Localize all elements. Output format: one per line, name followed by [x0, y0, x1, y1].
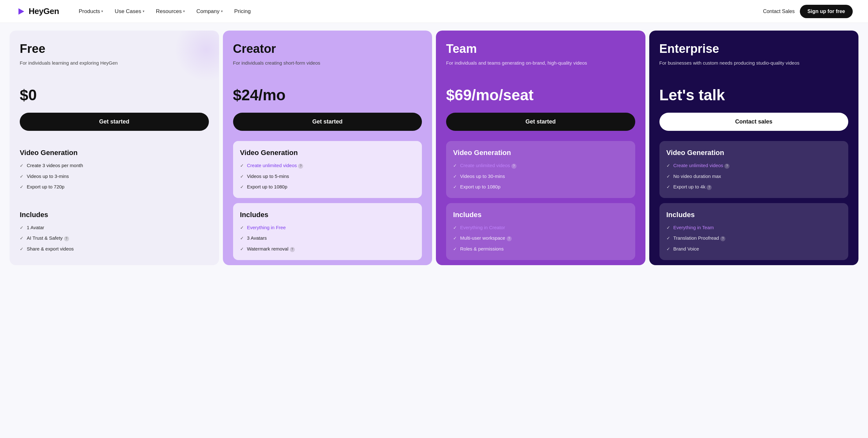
info-icon[interactable]: ? [720, 236, 725, 241]
feature-item-text: 3 Avatars [247, 234, 267, 241]
plan-cta-button-team[interactable]: Get started [446, 113, 635, 131]
feature-item-text: Everything in Team [674, 224, 714, 231]
plan-price-free: $0 [20, 86, 209, 104]
feature-item-text: Create unlimited videos? [247, 162, 304, 169]
checkmark-icon: ✓ [240, 174, 244, 180]
list-item: ✓Create unlimited videos? [666, 162, 842, 169]
feature-item-text: Export up to 1080p [247, 183, 287, 190]
feature-item-text: Videos up to 5-mins [247, 173, 289, 180]
feature-section-title-free-1: Includes [20, 211, 209, 219]
chevron-down-icon: ▾ [183, 9, 185, 13]
list-item: ✓Translation Proofread? [666, 234, 842, 242]
signup-button[interactable]: Sign up for free [800, 5, 853, 18]
list-item: ✓Export up to 1080p [240, 183, 415, 190]
nav-pricing[interactable]: Pricing [230, 6, 255, 17]
contact-sales-nav-link[interactable]: Contact Sales [763, 9, 795, 14]
chevron-down-icon: ▾ [143, 9, 145, 13]
pricing-container: FreeFor individuals learning and explori… [0, 23, 868, 438]
feature-item-text: Create 3 videos per month [27, 162, 83, 169]
feature-item-text: Videos up to 30-mins [460, 173, 505, 180]
nav-resources[interactable]: Resources ▾ [152, 6, 189, 17]
feature-section-enterprise-1: Includes✓Everything in Team✓Translation … [659, 203, 848, 260]
logo-text: HeyGen [29, 6, 59, 16]
list-item: ✓Roles & permissions [453, 245, 628, 252]
list-item: ✓1 Avatar [20, 224, 209, 231]
feature-item-text: Multi-user workspace? [460, 234, 512, 241]
info-icon[interactable]: ? [290, 247, 295, 252]
checkmark-icon: ✓ [20, 235, 24, 242]
plan-cta-button-creator[interactable]: Get started [233, 113, 422, 131]
list-item: ✓Create unlimited videos? [453, 162, 628, 169]
feature-list-creator-1: ✓Everything in Free✓3 Avatars✓Watermark … [240, 224, 415, 252]
feature-section-title-team-1: Includes [453, 211, 628, 219]
feature-item-text: Videos up to 3-mins [27, 173, 69, 180]
nav-company[interactable]: Company ▾ [192, 6, 227, 17]
nav-products[interactable]: Products ▾ [74, 6, 107, 17]
feature-item-text: Watermark removal? [247, 245, 295, 252]
feature-link-team-1-0[interactable]: Everything in Creator [460, 225, 505, 230]
info-icon[interactable]: ? [298, 164, 303, 169]
feature-list-creator-0: ✓Create unlimited videos?✓Videos up to 5… [240, 162, 415, 190]
list-item: ✓Watermark removal? [240, 245, 415, 252]
list-item: ✓AI Trust & Safety? [20, 234, 209, 242]
plan-name-creator: Creator [233, 42, 422, 56]
feature-item-text: Create unlimited videos? [460, 162, 517, 169]
checkmark-icon: ✓ [453, 163, 457, 169]
feature-link-creator-1-0[interactable]: Everything in Free [247, 225, 286, 230]
plan-cta-button-free[interactable]: Get started [20, 113, 209, 131]
checkmark-icon: ✓ [666, 235, 670, 242]
feature-item-text: Export up to 720p [27, 183, 64, 190]
plan-price-creator: $24/mo [233, 86, 422, 104]
feature-item-text: Export up to 4k? [674, 183, 712, 190]
list-item: ✓Export up to 4k? [666, 183, 842, 190]
feature-list-enterprise-1: ✓Everything in Team✓Translation Proofrea… [666, 224, 842, 252]
checkmark-icon: ✓ [20, 246, 24, 252]
checkmark-icon: ✓ [20, 163, 24, 169]
plan-cta-button-enterprise[interactable]: Contact sales [659, 113, 848, 131]
nav-use-cases[interactable]: Use Cases ▾ [110, 6, 149, 17]
feature-item-text: AI Trust & Safety? [27, 234, 69, 241]
plan-desc-team: For individuals and teams generating on-… [446, 60, 635, 77]
checkmark-icon: ✓ [666, 163, 670, 169]
feature-section-free-1: Includes✓1 Avatar✓AI Trust & Safety?✓Sha… [20, 203, 209, 260]
logo[interactable]: HeyGen [15, 6, 59, 17]
feature-link-enterprise-1-0[interactable]: Everything in Team [674, 225, 714, 230]
feature-link-creator-0-0[interactable]: Create unlimited videos [247, 163, 297, 168]
feature-list-team-0: ✓Create unlimited videos?✓Videos up to 3… [453, 162, 628, 190]
checkmark-icon: ✓ [666, 174, 670, 180]
info-icon[interactable]: ? [64, 236, 69, 241]
list-item: ✓3 Avatars [240, 234, 415, 242]
checkmark-icon: ✓ [240, 163, 244, 169]
nav-links: Products ▾ Use Cases ▾ Resources ▾ Compa… [74, 6, 763, 17]
checkmark-icon: ✓ [240, 184, 244, 190]
feature-section-enterprise-0: Video Generation✓Create unlimited videos… [659, 141, 848, 198]
list-item: ✓Multi-user workspace? [453, 234, 628, 242]
plan-desc-creator: For individuals creating short-form vide… [233, 60, 422, 77]
feature-item-text: Everything in Free [247, 224, 286, 231]
feature-item-text: Share & export videos [27, 245, 74, 252]
info-icon[interactable]: ? [724, 164, 730, 169]
feature-item-text: Roles & permissions [460, 245, 504, 252]
info-icon[interactable]: ? [512, 164, 517, 169]
feature-section-title-creator-0: Video Generation [240, 149, 415, 157]
feature-item-text: Create unlimited videos? [674, 162, 730, 169]
checkmark-icon: ✓ [453, 174, 457, 180]
list-item: ✓Brand Voice [666, 245, 842, 252]
info-icon[interactable]: ? [506, 236, 512, 241]
feature-section-free-0: Video Generation✓Create 3 videos per mon… [20, 141, 209, 198]
feature-link-team-0-0[interactable]: Create unlimited videos [460, 163, 510, 168]
feature-item-text: Brand Voice [674, 245, 699, 252]
feature-link-enterprise-0-0[interactable]: Create unlimited videos [674, 163, 723, 168]
info-icon[interactable]: ? [707, 185, 712, 190]
list-item: ✓Everything in Team [666, 224, 842, 231]
feature-list-free-0: ✓Create 3 videos per month✓Videos up to … [20, 162, 209, 190]
feature-item-text: Everything in Creator [460, 224, 505, 231]
plan-card-enterprise: EnterpriseFor businesses with custom nee… [649, 31, 859, 265]
feature-list-enterprise-0: ✓Create unlimited videos?✓No video durat… [666, 162, 842, 190]
plan-desc-free: For individuals learning and exploring H… [20, 60, 209, 77]
feature-section-team-0: Video Generation✓Create unlimited videos… [446, 141, 635, 198]
checkmark-icon: ✓ [20, 225, 24, 231]
plan-name-team: Team [446, 42, 635, 56]
list-item: ✓Videos up to 30-mins [453, 173, 628, 180]
checkmark-icon: ✓ [240, 225, 244, 231]
